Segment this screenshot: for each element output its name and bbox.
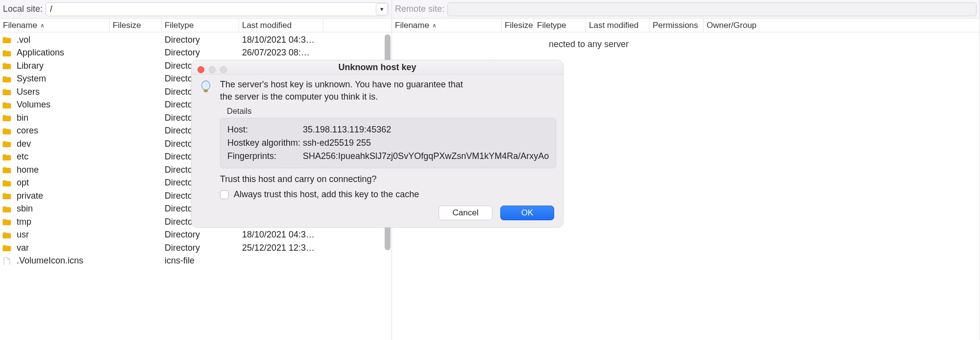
ok-button[interactable]: OK	[500, 206, 554, 220]
local-header-lastmodified[interactable]: Last modified	[239, 19, 323, 32]
folder-icon	[0, 218, 14, 225]
window-controls	[197, 66, 227, 73]
folder-icon	[0, 62, 14, 69]
remote-site-label: Remote site:	[395, 4, 444, 14]
file-name: .VolumeIcon.icns	[14, 256, 110, 266]
dialog-message-line: The server's host key is unknown. You ha…	[220, 79, 463, 89]
remote-header-filetype[interactable]: Filetype	[534, 19, 586, 32]
file-type: Directory	[162, 48, 239, 58]
file-name: usr	[14, 230, 110, 240]
remote-site-input[interactable]	[447, 2, 977, 16]
dialog-content: The server's host key is unknown. You ha…	[220, 78, 556, 200]
folder-icon	[0, 232, 14, 238]
dialog-title: Unknown host key	[192, 62, 563, 73]
file-modified: 18/10/2021 04:3…	[239, 35, 376, 45]
header-label: Last modified	[589, 21, 638, 30]
file-modified: 18/10/2021 04:3…	[239, 230, 376, 240]
local-header-filename[interactable]: Filename ∧	[0, 19, 110, 32]
file-name: opt	[14, 178, 110, 188]
dialog-titlebar: Unknown host key	[192, 60, 563, 75]
folder-icon	[0, 166, 14, 173]
folder-icon	[0, 180, 14, 186]
remote-site-input-wrap	[447, 2, 977, 16]
local-site-input[interactable]	[46, 2, 389, 16]
detail-label: Host:	[227, 123, 301, 136]
window-zoom-button[interactable]	[220, 66, 227, 73]
button-label: Cancel	[453, 208, 479, 218]
folder-icon	[0, 76, 14, 82]
table-row[interactable]: ApplicationsDirectory26/07/2023 08:…	[0, 47, 392, 60]
sort-asc-icon: ∧	[40, 22, 45, 29]
folder-icon	[0, 102, 14, 108]
local-site-input-wrap: ▾	[46, 2, 389, 16]
trust-question: Trust this host and carry on connecting?	[220, 174, 556, 184]
local-site-dropdown-button[interactable]: ▾	[376, 3, 388, 15]
file-name: etc	[14, 152, 110, 162]
file-name: Applications	[14, 48, 110, 58]
header-label: Filename	[3, 21, 37, 30]
file-type: Directory	[162, 35, 239, 45]
file-icon	[0, 257, 14, 265]
remote-header-permissions[interactable]: Permissions	[650, 19, 704, 32]
dialog-message: The server's host key is unknown. You ha…	[220, 78, 556, 103]
file-name: tmp	[14, 217, 110, 227]
table-row[interactable]: .VolumeIcon.icnsicns-file	[0, 255, 392, 268]
file-name: dev	[14, 139, 110, 149]
header-label: Owner/Group	[707, 21, 757, 30]
folder-icon	[0, 206, 14, 212]
local-header-filetype[interactable]: Filetype	[162, 19, 239, 32]
local-site-bar: Local site: ▾	[0, 0, 392, 19]
always-trust-row[interactable]: Always trust this host, add this key to …	[220, 189, 556, 200]
header-label: Filesize	[113, 21, 141, 30]
local-site-label: Local site:	[3, 4, 43, 14]
detail-row-fingerprint: Fingerprints: SHA256:IpueahkSlJ7zj0SvYOf…	[227, 150, 549, 163]
table-row[interactable]: .volDirectory18/10/2021 04:3…	[0, 33, 392, 47]
dialog-message-line: the server is the computer you think it …	[220, 92, 378, 102]
folder-icon	[0, 88, 14, 95]
file-name: cores	[14, 126, 110, 136]
dialog-icon-wrap	[198, 78, 213, 200]
header-label: Filename	[395, 21, 429, 30]
table-row[interactable]: usrDirectory18/10/2021 04:3…	[0, 229, 392, 242]
folder-icon	[0, 50, 14, 56]
remote-site-bar: Remote site:	[392, 0, 980, 19]
host-key-dialog: Unknown host key The server's host key i…	[191, 60, 564, 228]
file-name: Users	[14, 87, 110, 97]
local-header-filesize[interactable]: Filesize	[110, 19, 162, 32]
header-label: Last modified	[242, 21, 292, 30]
file-name: Volumes	[14, 100, 110, 110]
remote-header-owner[interactable]: Owner/Group	[704, 19, 980, 32]
remote-headers: Filename ∧ Filesize Filetype Last modifi…	[392, 19, 980, 32]
window-minimize-button[interactable]	[209, 66, 216, 73]
details-box: Host: 35.198.113.119:45362 Hostkey algor…	[220, 118, 556, 168]
always-trust-checkbox[interactable]	[220, 190, 229, 199]
dialog-body: The server's host key is unknown. You ha…	[192, 75, 563, 206]
svg-point-0	[202, 81, 210, 90]
details-heading: Details	[227, 106, 556, 116]
lightbulb-icon	[198, 79, 213, 94]
local-header-spacer	[323, 19, 392, 32]
folder-icon	[0, 192, 14, 199]
window-close-button[interactable]	[197, 66, 204, 73]
always-trust-label: Always trust this host, add this key to …	[234, 189, 419, 200]
detail-label: Hostkey algorithm:	[227, 136, 301, 150]
remote-header-filename[interactable]: Filename ∧	[392, 19, 502, 32]
local-headers: Filename ∧ Filesize Filetype Last modifi…	[0, 19, 392, 32]
remote-header-lastmodified[interactable]: Last modified	[586, 19, 650, 32]
sort-asc-icon: ∧	[432, 22, 437, 29]
folder-icon	[0, 128, 14, 134]
folder-icon	[0, 114, 14, 121]
file-name: sbin	[14, 204, 110, 214]
file-type: Directory	[162, 243, 239, 253]
table-row[interactable]: varDirectory25/12/2021 12:3…	[0, 241, 392, 255]
app-root: Local site: ▾ Filename ∧ Filesize Filety…	[0, 0, 980, 340]
file-name: var	[14, 243, 110, 253]
folder-icon	[0, 36, 14, 43]
detail-value-host: 35.198.113.119:45362	[303, 123, 549, 136]
file-name: home	[14, 165, 110, 175]
file-modified: 25/12/2021 12:3…	[239, 243, 376, 253]
folder-icon	[0, 140, 14, 147]
file-type: Directory	[162, 230, 239, 240]
remote-header-filesize[interactable]: Filesize	[502, 19, 534, 32]
cancel-button[interactable]: Cancel	[439, 206, 492, 220]
